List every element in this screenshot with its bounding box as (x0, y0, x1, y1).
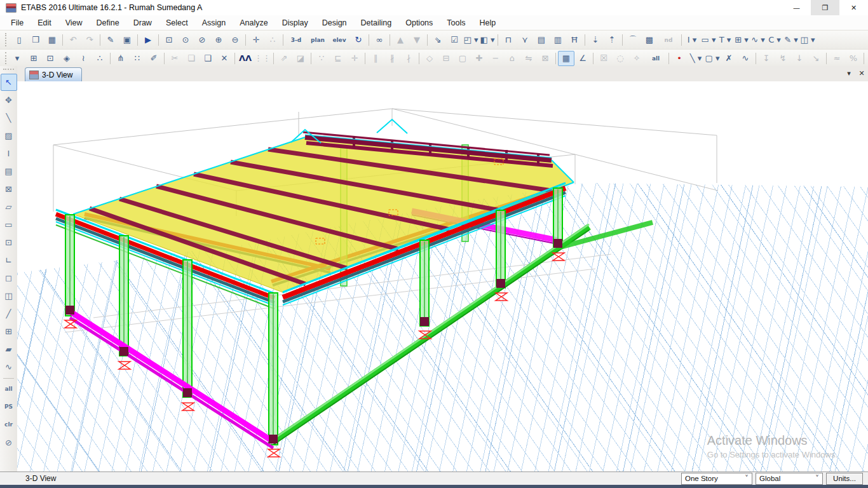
menu-detailing[interactable]: Detailing (354, 17, 399, 29)
shrink-objects-button[interactable]: ⇘ (430, 32, 446, 48)
quick-draw-area-tool[interactable]: ⊡ (1, 234, 17, 251)
menu-view[interactable]: View (58, 17, 90, 29)
marquee-select-button[interactable]: ☒ (595, 51, 612, 66)
story-selector[interactable]: One Story ˅ (681, 473, 752, 485)
join-frames-button[interactable]: ∦ (384, 51, 400, 66)
snap-options-dropdown[interactable]: ▾ (9, 51, 25, 66)
move-up-list-button[interactable]: ▲ (392, 32, 409, 48)
quick-draw-beam-tool[interactable]: I (1, 145, 17, 162)
menu-file[interactable]: File (4, 17, 31, 29)
rect-section-dropdown[interactable]: ▭ ▾ (700, 32, 717, 48)
shaded-view-button[interactable]: ◧ ▾ (479, 32, 496, 48)
draw-link-tool[interactable]: ╱ (1, 305, 17, 322)
align-points-button[interactable]: ∵ (313, 51, 330, 66)
axes-zoom-button[interactable]: ∠ (574, 51, 591, 66)
joint-pin-button[interactable]: ⇡ (604, 32, 620, 48)
previous-zoom-button[interactable]: ⊘ (194, 32, 210, 48)
box-section-dropdown[interactable]: ⊞ ▾ (733, 32, 750, 48)
assign-joint-loads-button[interactable]: ↯ (775, 51, 791, 66)
dimension-lines-button[interactable]: ⋮⋮ (254, 51, 271, 66)
set-view-cube-button[interactable]: ◰ ▾ (463, 32, 479, 48)
truss-section-dropdown[interactable]: ∿ ▾ (750, 32, 766, 48)
open-model-button[interactable]: ❒ (27, 32, 44, 48)
draw-dimension-tool[interactable]: ∿ (1, 358, 17, 376)
assign-mass-button[interactable]: % (845, 51, 862, 66)
undo-button[interactable]: ↶ (65, 32, 81, 48)
assign-wind-loads-button[interactable]: ↘ (808, 51, 824, 66)
add-area-button[interactable]: ✚ (471, 51, 487, 66)
zoom-in-button[interactable]: ⊕ (210, 32, 227, 48)
view-options-glasses-button[interactable]: ∞ (371, 32, 388, 48)
zoom-out-button[interactable]: ⊖ (227, 32, 243, 48)
snap-sequence-button[interactable]: ∷ (129, 51, 146, 66)
snap-off-button[interactable]: ✐ (146, 51, 162, 66)
rubber-band-zoom-button[interactable]: ⊡ (161, 32, 177, 48)
draw-wall-tool[interactable]: ∟ (1, 252, 17, 269)
fence-select-button[interactable]: ◌ (612, 51, 628, 66)
mesh-area-button[interactable]: ⊠ (537, 51, 553, 66)
restore-button[interactable]: ❐ (811, 0, 839, 15)
view-elevation-button[interactable]: elev (329, 32, 350, 48)
align-areas-button[interactable]: ⊟ (438, 51, 454, 66)
draw-poly-area-tool[interactable]: ▱ (1, 198, 17, 215)
trim-lines-button[interactable]: ◪ (292, 51, 309, 66)
rotate-3d-view-button[interactable]: ↻ (350, 32, 367, 48)
extend-lines-button[interactable]: ⇗ (276, 51, 292, 66)
coord-system-selector[interactable]: Global ˅ (756, 473, 823, 485)
bridge-wizard-button[interactable]: ⌒ (625, 32, 641, 48)
deselect-button[interactable]: ✗ (721, 51, 737, 66)
remove-area-button[interactable]: − (487, 51, 504, 66)
model-3d-view[interactable] (17, 81, 868, 472)
menu-tools[interactable]: Tools (440, 17, 472, 29)
quick-draw-braces-tool[interactable]: ⊠ (1, 180, 17, 198)
nd-toggle[interactable]: nd (658, 32, 679, 48)
snap-grid-button[interactable]: ⊞ (25, 51, 42, 66)
minimize-button[interactable]: — (782, 0, 811, 15)
tab-3d-view[interactable]: 3-D View (25, 67, 82, 81)
align-edges-button[interactable]: ⊑ (330, 51, 346, 66)
draw-ramp-tool[interactable]: ▰ (1, 341, 17, 358)
select-wave-button[interactable]: ∿ (737, 51, 754, 66)
flip-area-button[interactable]: ⇋ (520, 51, 537, 66)
edit-pen-button[interactable]: ✎ (102, 32, 119, 48)
chamfer-area-button[interactable]: ⌂ (504, 51, 520, 66)
collapse-view-icon[interactable]: ▾ (843, 67, 855, 80)
quick-draw-secondary-beams-tool[interactable]: ▤ (1, 163, 17, 180)
texture-view-button[interactable]: ▩ (641, 32, 658, 48)
menu-display[interactable]: Display (275, 17, 315, 29)
door-section-dropdown[interactable]: ◫ ▾ (799, 32, 816, 48)
previous-selection-tool[interactable]: PS (1, 398, 17, 416)
close-button[interactable]: ✕ (839, 0, 868, 15)
object-view-options-button[interactable]: ☑ (446, 32, 463, 48)
cut-button[interactable]: ✂ (166, 51, 183, 66)
model-canvas[interactable]: Activate Windows Go to Settings to activ… (17, 81, 868, 472)
wall-assign-button[interactable]: ▤ (533, 32, 550, 48)
units-button[interactable]: Units... (826, 473, 863, 485)
lock-model-button[interactable]: ▣ (119, 32, 135, 48)
draw-floor-tool[interactable]: ⊞ (1, 323, 17, 340)
invert-selection-tool[interactable]: ⊘ (1, 434, 17, 451)
frame-assign-button[interactable]: ⊓ (500, 32, 517, 48)
select-areas-dropdown[interactable]: ▢ ▾ (704, 51, 721, 66)
select-lines-dropdown[interactable]: ╲ ▾ (688, 51, 704, 66)
quick-draw-wall-tool[interactable]: ◻ (1, 269, 17, 287)
menu-assign[interactable]: Assign (195, 17, 233, 29)
move-joints-button[interactable]: ✛ (346, 51, 363, 66)
walkthrough-button[interactable]: ∴ (264, 32, 281, 48)
close-view-icon[interactable]: ✕ (855, 67, 868, 80)
snap-spring-button[interactable]: ≀ (75, 51, 92, 66)
draw-frame-tool[interactable]: ╲ (1, 109, 17, 126)
paste-button[interactable]: ❑ (200, 51, 216, 66)
menu-options[interactable]: Options (398, 17, 440, 29)
pier-label-button[interactable]: Ħ (566, 32, 583, 48)
menu-edit[interactable]: Edit (31, 17, 58, 29)
select-all-tool[interactable]: all (1, 381, 17, 398)
pan-button[interactable]: ✛ (248, 32, 264, 48)
delete-button[interactable]: ✕ (216, 51, 233, 66)
run-analysis-button[interactable]: ▶ (140, 32, 156, 48)
new-model-button[interactable]: ▯ (11, 32, 27, 48)
draw-rect-area-tool[interactable]: ▭ (1, 216, 17, 233)
spandrel-assign-button[interactable]: ⇣ (587, 32, 604, 48)
snap-points-button[interactable]: ∴ (92, 51, 108, 66)
model-explorer-button[interactable]: ΛΛ (237, 51, 254, 66)
